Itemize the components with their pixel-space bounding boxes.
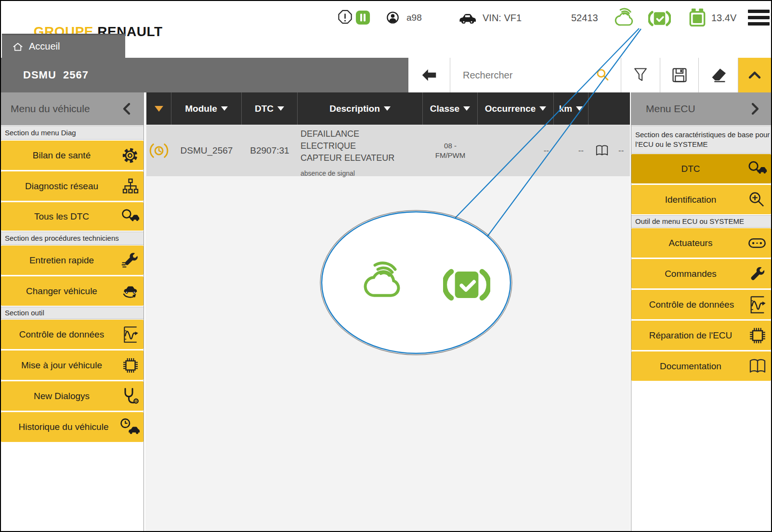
header-module[interactable]: Module	[171, 92, 242, 125]
search-input[interactable]	[462, 69, 589, 81]
row-module-cell: DSMU_2567	[171, 125, 242, 176]
gear-icon	[120, 146, 140, 165]
header-occurrence[interactable]: Occurrence	[478, 92, 554, 125]
menu-item-actuateurs[interactable]: Actuateurs	[631, 228, 771, 258]
header-classe-label: Classe	[430, 104, 459, 114]
menu-item-label: Documentation	[658, 361, 742, 372]
menu-item-new-dialogys[interactable]: New Dialogys	[1, 381, 144, 411]
menu-item-mise-a-jour[interactable]: Mise à jour véhicule	[1, 350, 144, 380]
stethoscope-icon	[120, 387, 140, 406]
row-classe-cell: 08 - FM/PWM	[423, 125, 478, 176]
menu-item-historique[interactable]: Historique du véhicule	[1, 412, 144, 442]
vehicle-menu-header: Menu du véhicule	[1, 92, 144, 125]
waveform-icon	[121, 325, 140, 344]
menu-item-dtc[interactable]: DTC	[631, 154, 771, 183]
search-field[interactable]	[450, 58, 621, 92]
menu-item-reparation-ecu[interactable]: Réparation de l'ECU	[631, 321, 771, 350]
save-icon	[670, 66, 689, 84]
table-header: Module DTC Description Classe Occurrence…	[146, 92, 630, 125]
book-icon[interactable]	[594, 143, 610, 158]
search-car-icon	[747, 159, 767, 179]
vehicle-menu-sidebar: Menu du véhicule Section du menu Diag Bi…	[1, 92, 144, 531]
sort-icon	[384, 106, 391, 111]
chevron-right-icon[interactable]	[747, 101, 762, 117]
car-icon	[458, 8, 478, 28]
chevron-left-icon[interactable]	[119, 101, 135, 117]
menu-item-label: Commandes	[663, 269, 737, 279]
menu-item-diagnostic-reseau[interactable]: Diagnostic réseau	[1, 171, 144, 201]
clock-warning-icon	[149, 141, 169, 160]
menu-item-label: Identification	[663, 195, 737, 205]
sort-icon	[463, 106, 470, 111]
header-dtc[interactable]: DTC	[242, 92, 298, 125]
search-icon[interactable]	[595, 67, 610, 82]
menu-item-label: Actuateurs	[667, 238, 733, 248]
header-classe[interactable]: Classe	[423, 92, 478, 125]
chevron-up-icon	[746, 67, 763, 83]
description-subtext: absence de signal	[301, 168, 355, 180]
menu-item-label: Tous les DTC	[32, 211, 109, 222]
wrench-fast-icon	[121, 251, 140, 270]
sort-icon	[539, 106, 546, 111]
top-bar: GROUPE RENAULT a98 VIN: VF1 52413 13.4V	[1, 1, 771, 34]
back-button[interactable]	[408, 58, 450, 92]
pause-icon[interactable]	[354, 9, 371, 26]
chip-icon	[121, 356, 140, 375]
warning-octagon-icon[interactable]	[337, 9, 353, 26]
header-km[interactable]: km	[554, 92, 589, 125]
page-title: DSMU 2567	[23, 69, 89, 81]
header-km-label: km	[559, 104, 572, 114]
menu-item-label: DTC	[679, 164, 720, 174]
section-label-procedures: Section des procédures techniciens	[1, 232, 144, 245]
menu-item-documentation[interactable]: Documentation	[631, 351, 771, 381]
sort-icon	[221, 106, 228, 111]
menu-item-changer-vehicule[interactable]: Changer véhicule	[1, 276, 144, 306]
hamburger-icon[interactable]	[748, 10, 770, 26]
description-line: DEFAILLANCE	[301, 128, 359, 140]
tab-accueil-label: Accueil	[29, 41, 60, 52]
menu-item-controle-donnees-ecu[interactable]: Contrôle de données	[631, 290, 771, 319]
table-row[interactable]: DSMU_2567 B2907:31 DEFAILLANCE ELECTRIQU…	[146, 125, 630, 176]
zoom-plus-icon	[747, 190, 767, 210]
menu-item-identification[interactable]: Identification	[631, 185, 771, 214]
vin-label: VIN: VF1	[483, 13, 522, 24]
header-description-label: Description	[329, 104, 380, 114]
header-description[interactable]: Description	[298, 92, 423, 125]
row-status-cell	[146, 125, 171, 176]
header-occurrence-label: Occurrence	[485, 104, 536, 114]
sort-icon	[576, 106, 583, 111]
header-sort-all[interactable]	[146, 92, 171, 125]
menu-item-tous-les-dtc[interactable]: Tous les DTC	[1, 202, 144, 231]
section-label-outil: Section outil	[1, 307, 144, 319]
ecu-menu-title: Menu ECU	[646, 103, 747, 115]
menu-item-entretien-rapide[interactable]: Entretien rapide	[1, 246, 144, 275]
menu-item-label: Réparation de l'ECU	[647, 330, 753, 341]
menu-item-controle-donnees[interactable]: Contrôle de données	[1, 320, 144, 349]
row-extra-value: --	[618, 146, 624, 156]
row-doc-cell: --	[589, 125, 630, 176]
menu-item-bilan-de-sante[interactable]: Bilan de santé	[1, 141, 144, 170]
odometer-value: 52413	[571, 13, 598, 24]
menu-item-label: Entretien rapide	[27, 255, 114, 266]
section-label-outil-ecu: Outil de menu ECU ou SYSTEME	[631, 215, 771, 228]
ecu-menu-sidebar: Menu ECU Section des caractéristiques de…	[631, 92, 771, 531]
save-button[interactable]	[660, 58, 698, 92]
section-label-caracteristiques: Section des caractéristiques de base pou…	[631, 126, 771, 154]
row-dtc-cell: B2907:31	[242, 125, 298, 176]
eraser-icon	[709, 66, 728, 84]
menu-item-label: Contrôle de données	[647, 299, 752, 310]
tab-accueil[interactable]: Accueil	[2, 34, 125, 58]
filter-button[interactable]	[621, 58, 660, 92]
user-name: a98	[406, 13, 422, 23]
eraser-button[interactable]	[698, 58, 738, 92]
toolbar	[408, 58, 771, 92]
menu-item-label: Contrôle de données	[17, 329, 124, 340]
battery-voltage: 13.4V	[711, 13, 736, 24]
menu-item-label: Historique du véhicule	[17, 422, 125, 432]
menu-item-label: New Dialogys	[32, 391, 110, 402]
collapse-button[interactable]	[738, 58, 771, 92]
title-bar: DSMU 2567	[1, 58, 408, 92]
sort-triangle-icon	[155, 106, 163, 112]
user-icon	[384, 9, 402, 26]
menu-item-commandes[interactable]: Commandes	[631, 259, 771, 288]
